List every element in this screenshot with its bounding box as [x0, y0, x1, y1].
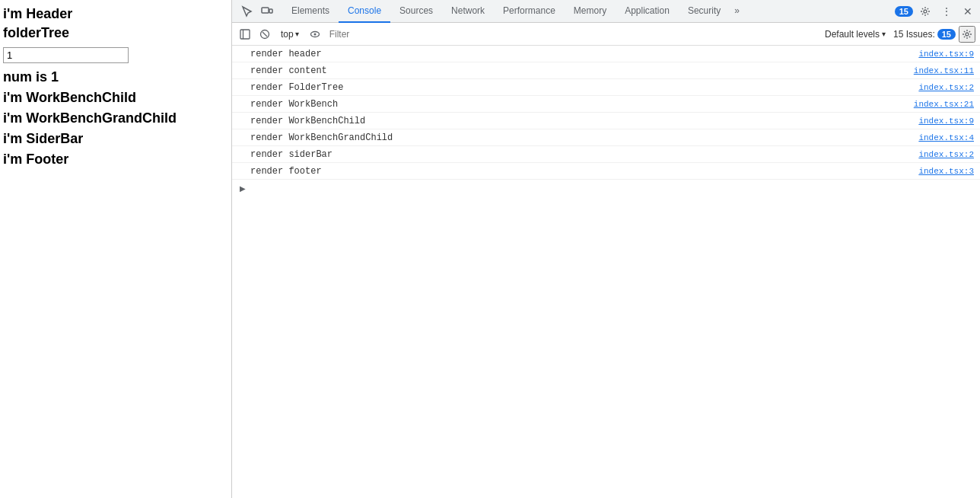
tab-security[interactable]: Security: [679, 0, 730, 23]
folder-tree-label: folderTree: [3, 25, 228, 41]
console-message-text: render WorkBench: [250, 99, 914, 110]
console-message-text: render FolderTree: [250, 82, 918, 93]
console-file-link[interactable]: index.tsx:2: [918, 150, 974, 159]
issues-count-badge[interactable]: 15: [937, 29, 956, 40]
eye-icon[interactable]: [307, 26, 323, 43]
svg-rect-3: [240, 30, 250, 39]
tab-network[interactable]: Network: [442, 0, 494, 23]
devtools-panel: Elements Console Sources Network Perform…: [232, 0, 980, 498]
table-row: render content index.tsx:11: [232, 62, 980, 79]
chevron-down-icon: ▾: [295, 30, 299, 38]
num-input[interactable]: [3, 47, 129, 63]
table-row: render WorkBenchGrandChild index.tsx:4: [232, 129, 980, 146]
device-toggle-icon[interactable]: [258, 2, 276, 21]
svg-line-6: [262, 32, 267, 37]
tab-memory[interactable]: Memory: [565, 0, 616, 23]
console-file-link[interactable]: index.tsx:4: [918, 133, 974, 142]
workbench-child-label: i'm WorkBenchChild: [3, 90, 228, 106]
svg-point-2: [924, 10, 927, 13]
console-toolbar: top ▾ Default levels ▾ 15 Issues: 15: [232, 23, 980, 46]
issues-badge[interactable]: 15: [895, 6, 913, 17]
devtools-tab-bar: Elements Console Sources Network Perform…: [232, 0, 980, 23]
console-file-link[interactable]: index.tsx:9: [918, 117, 974, 126]
console-file-link[interactable]: index.tsx:9: [918, 49, 974, 59]
context-selector-btn[interactable]: top ▾: [276, 27, 304, 41]
close-devtools-icon[interactable]: ✕: [959, 2, 977, 21]
table-row: render siderBar index.tsx:2: [232, 146, 980, 163]
more-tabs-btn[interactable]: »: [730, 0, 744, 23]
svg-point-9: [966, 33, 969, 36]
console-message-text: render WorkBenchChild: [250, 116, 918, 126]
console-message-text: render WorkBenchGrandChild: [250, 132, 918, 143]
tab-elements[interactable]: Elements: [282, 0, 339, 23]
tab-sources[interactable]: Sources: [390, 0, 442, 23]
table-row: render WorkBench index.tsx:21: [232, 96, 980, 113]
console-expand-row: ▶: [232, 180, 980, 196]
webpage-header: i'm Header: [3, 6, 228, 22]
table-row: render footer index.tsx:3: [232, 163, 980, 180]
more-options-icon[interactable]: ⋮: [937, 2, 956, 21]
console-message-text: render content: [250, 65, 914, 76]
console-file-link[interactable]: index.tsx:2: [918, 83, 974, 92]
devtools-right-icons: 15 ⋮ ✕: [895, 2, 977, 21]
table-row: render WorkBenchChild index.tsx:9: [232, 113, 980, 129]
expand-arrow-icon[interactable]: ▶: [238, 183, 247, 194]
default-levels-btn[interactable]: Default levels ▾: [820, 27, 890, 41]
issues-label: 15 Issues: 15: [893, 29, 956, 40]
console-file-link[interactable]: index.tsx:21: [914, 100, 974, 109]
console-file-link[interactable]: index.tsx:11: [914, 66, 974, 75]
select-element-icon[interactable]: [238, 2, 256, 21]
clear-console-icon[interactable]: [256, 26, 273, 43]
svg-point-8: [313, 33, 316, 35]
svg-rect-0: [262, 8, 269, 13]
console-message-text: render siderBar: [250, 149, 918, 160]
svg-rect-1: [269, 9, 272, 13]
webpage-panel: i'm Header folderTree num is 1 i'm WorkB…: [0, 0, 232, 498]
table-row: render header index.tsx:9: [232, 46, 980, 62]
tab-performance[interactable]: Performance: [494, 0, 565, 23]
console-message-text: render footer: [250, 166, 918, 177]
sidebar-toggle-icon[interactable]: [237, 26, 253, 43]
tab-application[interactable]: Application: [616, 0, 679, 23]
console-messages: render header index.tsx:9 render content…: [232, 46, 980, 498]
console-settings-icon[interactable]: [959, 26, 975, 43]
console-file-link[interactable]: index.tsx:3: [918, 167, 974, 176]
footer-label: i'm Footer: [3, 152, 228, 168]
workbench-grandchild-label: i'm WorkBenchGrandChild: [3, 110, 228, 126]
table-row: render FolderTree index.tsx:2: [232, 79, 980, 96]
tab-console[interactable]: Console: [339, 0, 390, 23]
sider-bar-label: i'm SiderBar: [3, 131, 228, 147]
filter-input[interactable]: [326, 26, 817, 43]
tab-icons-group: [235, 2, 279, 21]
num-label: num is 1: [3, 69, 228, 85]
console-message-text: render header: [250, 49, 918, 59]
settings-icon[interactable]: [916, 2, 934, 21]
chevron-down-icon-levels: ▾: [882, 30, 886, 38]
